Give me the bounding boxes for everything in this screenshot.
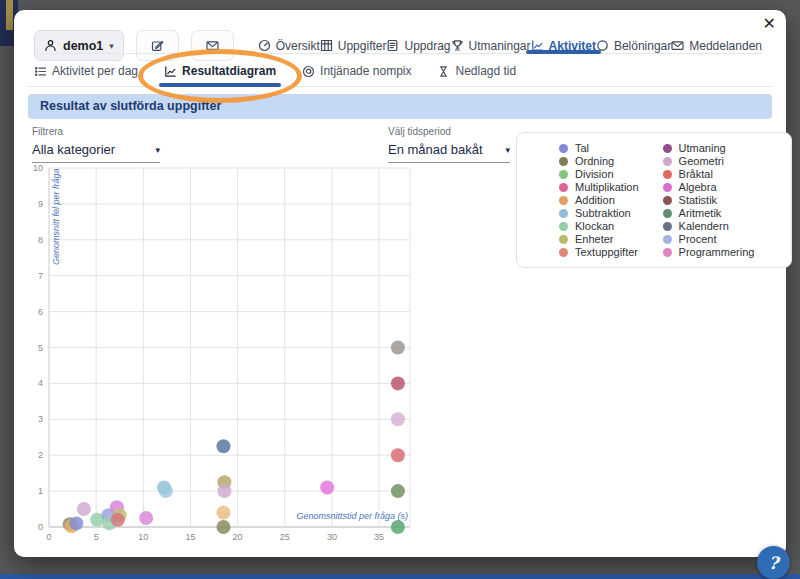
list-icon bbox=[34, 65, 47, 78]
tab-meddelanden[interactable]: Meddelanden bbox=[671, 39, 762, 53]
legend-label: Statistik bbox=[679, 194, 718, 206]
legend-label: Algebra bbox=[679, 181, 717, 193]
tab-label: Belöningar bbox=[614, 39, 671, 53]
close-icon[interactable]: ✕ bbox=[763, 14, 776, 34]
axis-text: 7 bbox=[38, 271, 43, 281]
legend-label: Multiplikation bbox=[575, 181, 639, 193]
subtab-label: Resultatdiagram bbox=[182, 64, 276, 78]
legend-label: Geometri bbox=[679, 155, 724, 167]
help-button[interactable]: ? bbox=[757, 546, 790, 579]
axis-text: 9 bbox=[38, 199, 43, 209]
axis-text: 3 bbox=[38, 414, 43, 424]
tab-uppgifter[interactable]: Uppgifter bbox=[320, 39, 387, 53]
legend-item-br-ktal[interactable]: Bråktal bbox=[663, 168, 755, 180]
data-point bbox=[159, 484, 173, 498]
axis-text: 5 bbox=[94, 532, 99, 542]
legend-item-kalendern[interactable]: Kalendern bbox=[663, 220, 755, 232]
data-point bbox=[391, 448, 405, 462]
legend-dot bbox=[663, 235, 672, 244]
period-filter: Välj tidsperiod En månad bakåt ▾ bbox=[388, 126, 510, 163]
period-filter-value: En månad bakåt bbox=[388, 142, 483, 157]
edit-user-button[interactable] bbox=[136, 30, 179, 61]
axis-text: 0 bbox=[46, 532, 51, 542]
legend-item-utmaning[interactable]: Utmaning bbox=[663, 142, 755, 154]
period-filter-label: Välj tidsperiod bbox=[388, 126, 510, 137]
legend-column-2: UtmaningGeometriBråktalAlgebraStatistikA… bbox=[663, 142, 755, 258]
legend-dot bbox=[663, 209, 672, 218]
tab-utmaningar[interactable]: Utmaningar bbox=[451, 39, 531, 53]
legend-item-tal[interactable]: Tal bbox=[559, 142, 639, 154]
legend-dot bbox=[559, 235, 568, 244]
legend-dot bbox=[559, 196, 568, 205]
main-tabs: ÖversiktUppgifterUppdragUtmaningarAktivi… bbox=[258, 39, 762, 53]
active-subtab-underline bbox=[159, 83, 281, 87]
data-point bbox=[391, 520, 405, 534]
legend-dot bbox=[663, 248, 672, 257]
legend-item-ordning[interactable]: Ordning bbox=[559, 155, 639, 167]
data-point bbox=[69, 516, 83, 530]
chart-legend: TalOrdningDivisionMultiplikationAddition… bbox=[516, 132, 792, 268]
student-activity-modal: ✕ demo1 ▾ ÖversiktUppgifterUppdragUtmani… bbox=[14, 10, 786, 557]
legend-item-geometri[interactable]: Geometri bbox=[663, 155, 755, 167]
axis-text: Genomsnittstid per fråga (s) bbox=[296, 511, 408, 521]
coin-icon bbox=[302, 65, 315, 78]
chevron-down-icon: ▾ bbox=[155, 145, 160, 155]
legend-item-algebra[interactable]: Algebra bbox=[663, 181, 755, 193]
data-point bbox=[77, 502, 91, 516]
legend-item-subtraktion[interactable]: Subtraktion bbox=[559, 207, 639, 219]
axis-text: 0 bbox=[38, 522, 43, 532]
legend-label: Utmaning bbox=[679, 142, 726, 154]
legend-label: Procent bbox=[679, 233, 717, 245]
background-footer-bar bbox=[0, 574, 800, 579]
subtab-nedlagd-tid[interactable]: Nedlagd tid bbox=[437, 64, 516, 78]
data-point bbox=[216, 439, 230, 453]
tab-uppdrag[interactable]: Uppdrag bbox=[386, 39, 450, 53]
legend-item-division[interactable]: Division bbox=[559, 168, 639, 180]
legend-label: Subtraktion bbox=[575, 207, 631, 219]
results-scatter-chart: 01234567891005101520253035Genomsnitt fel… bbox=[30, 160, 430, 552]
legend-dot bbox=[663, 144, 672, 153]
axis-text: 1 bbox=[38, 486, 43, 496]
message-user-button[interactable] bbox=[191, 30, 234, 61]
legend-item-aritmetik[interactable]: Aritmetik bbox=[663, 207, 755, 219]
category-filter-value: Alla kategorier bbox=[32, 142, 115, 157]
user-selector[interactable]: demo1 ▾ bbox=[34, 30, 124, 61]
axis-text: 25 bbox=[280, 532, 290, 542]
legend-label: Ordning bbox=[575, 155, 614, 167]
subtab-resultatdiagram[interactable]: Resultatdiagram bbox=[164, 64, 276, 78]
legend-item-statistik[interactable]: Statistik bbox=[663, 194, 755, 206]
axis-text: 30 bbox=[327, 532, 337, 542]
data-point bbox=[216, 506, 230, 520]
legend-dot bbox=[559, 144, 568, 153]
legend-dot bbox=[663, 222, 672, 231]
legend-label: Aritmetik bbox=[679, 207, 722, 219]
active-tab-underline bbox=[526, 50, 601, 54]
legend-item-enheter[interactable]: Enheter bbox=[559, 233, 639, 245]
legend-label: Division bbox=[575, 168, 614, 180]
legend-item-procent[interactable]: Procent bbox=[663, 233, 755, 245]
tab-versikt[interactable]: Översikt bbox=[258, 39, 320, 53]
legend-item-programmering[interactable]: Programmering bbox=[663, 246, 755, 258]
axis-text: 35 bbox=[374, 532, 384, 542]
modal-header-row: demo1 ▾ ÖversiktUppgifterUppdragUtmaning… bbox=[34, 30, 762, 61]
legend-item-textuppgifter[interactable]: Textuppgifter bbox=[559, 246, 639, 258]
legend-item-addition[interactable]: Addition bbox=[559, 194, 639, 206]
category-filter-label: Filtrera bbox=[32, 126, 160, 137]
legend-dot bbox=[663, 196, 672, 205]
axis-text: 5 bbox=[38, 343, 43, 353]
data-point bbox=[391, 484, 405, 498]
axis-text: 2 bbox=[38, 450, 43, 460]
legend-item-klockan[interactable]: Klockan bbox=[559, 220, 639, 232]
axis-text: 6 bbox=[38, 307, 43, 317]
legend-dot bbox=[663, 170, 672, 179]
subtab-intj-nade-nompix[interactable]: Intjänade nompix bbox=[302, 64, 411, 78]
tab-bel-ningar[interactable]: Belöningar bbox=[596, 39, 671, 53]
legend-column-1: TalOrdningDivisionMultiplikationAddition… bbox=[559, 142, 639, 258]
legend-item-multiplikation[interactable]: Multiplikation bbox=[559, 181, 639, 193]
legend-dot bbox=[559, 209, 568, 218]
hourglass-icon bbox=[437, 65, 450, 78]
user-name: demo1 bbox=[63, 39, 103, 53]
subtab-label: Aktivitet per dag bbox=[52, 64, 138, 78]
subtab-aktivitet-per-dag[interactable]: Aktivitet per dag bbox=[34, 64, 138, 78]
person-icon bbox=[44, 39, 57, 52]
